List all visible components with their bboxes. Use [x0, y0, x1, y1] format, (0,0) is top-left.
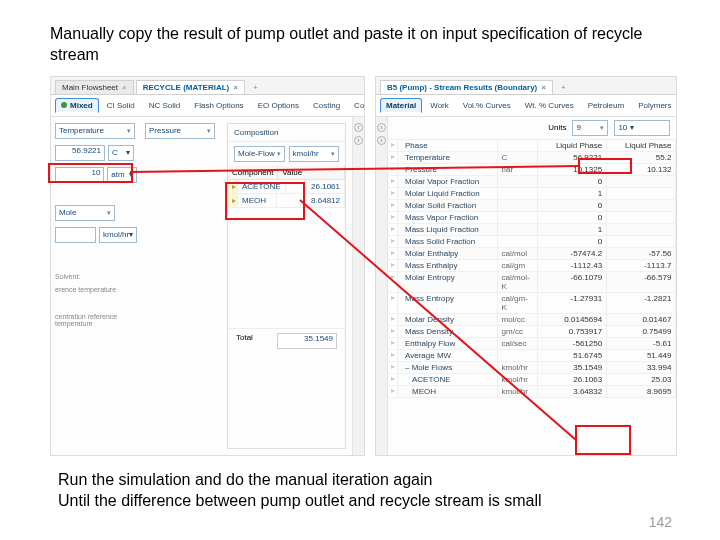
slide-heading: Manually copy the result of pump outlet … [50, 24, 680, 66]
chevron-icon[interactable]: › [377, 123, 386, 132]
property-label: Molar Entropy [398, 272, 498, 292]
property-label: Molar Density [398, 314, 498, 325]
property-value-1: 1 [538, 188, 607, 199]
chevron-icon[interactable]: › [377, 136, 386, 145]
subtab-comments[interactable]: Comments [348, 98, 365, 113]
pressure-dd[interactable]: Pressure▾ [145, 123, 215, 139]
subtab-work[interactable]: Work [424, 98, 455, 113]
caret-down-icon: ▾ [126, 148, 130, 157]
app-panes: Main Flowsheet× RECYCLE (MATERIAL)× + Mi… [50, 76, 680, 456]
stream-col-10[interactable]: 10 ▾ [614, 120, 670, 136]
row-marker-icon: ▸ [388, 260, 398, 271]
property-value-1: -1112.43 [538, 260, 607, 271]
row-marker-icon: ▸ [388, 212, 398, 223]
total-flow-input[interactable] [55, 227, 96, 243]
comp-row-meoh[interactable]: ▸ MEOH 8.64812 [228, 194, 345, 208]
result-row: ▸Molar Vapor Fraction0 [388, 176, 676, 188]
property-value-2: Liquid Phase [607, 140, 676, 151]
subtab-volcurves[interactable]: Vol.% Curves [457, 98, 517, 113]
temperature-input[interactable]: 56.9221 [55, 145, 105, 161]
property-value-2 [607, 200, 676, 211]
property-unit [498, 140, 538, 151]
tab-stream-results[interactable]: B5 (Pump) - Stream Results (Boundary)× [380, 80, 553, 94]
property-label: Molar Solid Fraction [398, 200, 498, 211]
units-label: Units [548, 123, 566, 132]
result-row: ▸Molar Liquid Fraction1 [388, 188, 676, 200]
comp-col-component: Component [228, 166, 278, 179]
temperature-unit[interactable]: C▾ [108, 145, 134, 161]
comp-basis-dd[interactable]: Mole-Flow▾ [234, 146, 285, 162]
slide-footer: Run the simulation and do the manual ite… [58, 470, 542, 512]
chevron-icon[interactable]: ‹ [354, 136, 363, 145]
property-value-2: -5.61 [607, 338, 676, 349]
stream-col-9[interactable]: 9▾ [572, 120, 608, 136]
result-row: ▸MEOHkmol/hr3.648328.9695 [388, 386, 676, 398]
property-value-2 [607, 212, 676, 223]
close-icon[interactable]: × [122, 83, 127, 92]
comp-header: Component Value [228, 166, 345, 180]
right-subtabs: Material Work Vol.% Curves Wt. % Curves … [376, 95, 676, 117]
subtab-polymers[interactable]: Polymers [632, 98, 677, 113]
subtab-eo[interactable]: EO Options [252, 98, 305, 113]
close-icon[interactable]: × [541, 83, 546, 92]
plus-icon: + [561, 83, 566, 92]
pressure-unit[interactable]: atm▾ [107, 167, 137, 183]
subtab-flash[interactable]: Flash Options [188, 98, 249, 113]
result-row: ▸Molar Densitymol/cc0.01456940.01467 [388, 314, 676, 326]
result-row: ▸Mass Enthalpycal/gm-1112.43-1113.7 [388, 260, 676, 272]
chevron-icon[interactable]: ‹ [354, 123, 363, 132]
property-unit [498, 200, 538, 211]
basis-dd[interactable]: Mole▾ [55, 205, 115, 221]
row-marker-icon: ▸ [388, 248, 398, 259]
row-marker-icon: ▸ [388, 152, 398, 163]
property-value-1: -66.1079 [538, 272, 607, 292]
left-subtabs: Mixed CI Solid NC Solid Flash Options EO… [51, 95, 364, 117]
property-unit: kmol/hr [498, 362, 538, 373]
total-flow-unit[interactable]: kmol/hr▾ [99, 227, 137, 243]
property-label: Mass Density [398, 326, 498, 337]
caret-down-icon: ▾ [127, 127, 131, 135]
page-number: 142 [649, 514, 672, 530]
property-value-2: 0.01467 [607, 314, 676, 325]
property-unit: bar [498, 164, 538, 175]
caret-down-icon: ▾ [207, 127, 211, 135]
result-row: ▸Mass Vapor Fraction0 [388, 212, 676, 224]
property-label: Molar Enthalpy [398, 248, 498, 259]
property-value-2: 33.994 [607, 362, 676, 373]
property-unit: cal/mol [498, 248, 538, 259]
tab-add[interactable]: + [247, 81, 264, 94]
temperature-dd[interactable]: Temperature▾ [55, 123, 135, 139]
row-marker-icon: ▸ [388, 338, 398, 349]
subtab-ncsolid[interactable]: NC Solid [143, 98, 187, 113]
subtab-wtcurves[interactable]: Wt. % Curves [519, 98, 580, 113]
pressure-input[interactable]: 10 [55, 167, 104, 183]
caret-down-icon: ▾ [277, 150, 281, 158]
result-row: ▸Mass Densitygm/cc0.7539170.75499 [388, 326, 676, 338]
property-value-1: 56.9221 [538, 152, 607, 163]
row-marker-icon: ▸ [388, 188, 398, 199]
conc-ref-label: centration reference temperature [55, 313, 137, 327]
close-icon[interactable]: × [233, 83, 238, 92]
property-label: – Mole Flows [398, 362, 498, 373]
property-value-2: -1.2821 [607, 293, 676, 313]
left-body: Temperature▾ 56.9221 C▾ 10 atm▾ Mole▾ [51, 117, 364, 455]
tab-recycle-material[interactable]: RECYCLE (MATERIAL)× [136, 80, 245, 94]
property-label: Temperature [398, 152, 498, 163]
row-marker-icon: ▸ [388, 224, 398, 235]
subtab-cisolid[interactable]: CI Solid [101, 98, 141, 113]
subtab-mixed[interactable]: Mixed [55, 98, 99, 113]
property-value-2: 55.2 [607, 152, 676, 163]
property-unit: cal/gm [498, 260, 538, 271]
property-unit [498, 176, 538, 187]
subtab-material[interactable]: Material [380, 98, 422, 113]
property-value-1: -57474.2 [538, 248, 607, 259]
property-value-2: 51.449 [607, 350, 676, 361]
subtab-petroleum[interactable]: Petroleum [582, 98, 630, 113]
comp-row-acetone[interactable]: ▸ ACETONE 26.1061 [228, 180, 345, 194]
tab-add[interactable]: + [555, 81, 572, 94]
comp-unit-dd[interactable]: kmol/hr▾ [289, 146, 340, 162]
property-value-1: 0 [538, 212, 607, 223]
tab-main-flowsheet[interactable]: Main Flowsheet× [55, 80, 134, 94]
subtab-costing[interactable]: Costing [307, 98, 346, 113]
property-value-1: 51.6745 [538, 350, 607, 361]
